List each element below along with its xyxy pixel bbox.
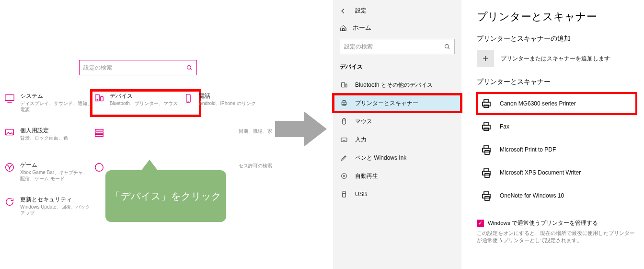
sidebar-item-label: ペンと Windows Ink — [355, 154, 406, 162]
search-placeholder: 設定の検索 — [83, 64, 112, 72]
svg-rect-47 — [484, 192, 489, 194]
svg-rect-11 — [95, 132, 103, 134]
category-phone[interactable]: 電話 Android、iPhone のリンク — [183, 93, 272, 114]
home-icon — [340, 24, 347, 32]
category-sub: Bluetooth、プリンター、マウス — [110, 100, 178, 106]
settings-devices-panel: 設定 ホーム 設定の検索 デバイス Bluetooth とその他のデバイス — [333, 0, 644, 269]
category-system[interactable]: システム ディスプレイ、サウンド、通知、電源 — [4, 93, 93, 114]
sidebar-item-usb[interactable]: USB — [333, 185, 461, 203]
sidebar-item-label: プリンターとスキャナー — [355, 99, 418, 107]
category-title: 個人用設定 — [20, 127, 68, 134]
printer-icon — [480, 97, 493, 110]
category-sub: ディスプレイ、サウンド、通知、電源 — [20, 100, 92, 113]
sidebar-search-input[interactable]: 設定の検索 — [340, 39, 455, 54]
svg-rect-19 — [345, 84, 347, 87]
category-sub: Android、iPhone のリンク — [199, 100, 255, 106]
callout-bubble: 「デバイス」をクリック — [105, 170, 226, 222]
printer-label: Fax — [500, 123, 509, 130]
printer-doc-icon — [480, 189, 493, 202]
category-sub: Xbox Game Bar、キャプチャ、配信、ゲーム モード — [20, 169, 92, 182]
search-input[interactable]: 設定の検索 — [79, 60, 197, 75]
home-link[interactable]: ホーム — [333, 20, 461, 36]
svg-rect-45 — [485, 174, 489, 177]
arrow-right-icon — [275, 111, 333, 147]
svg-rect-5 — [100, 96, 103, 101]
category-gaming[interactable]: ゲーム Xbox Game Bar、キャプチャ、配信、ゲーム モード — [4, 162, 93, 183]
svg-rect-38 — [484, 123, 489, 125]
category-update[interactable]: 更新とセキュリティ Windows Update、回復、バックアップ — [4, 196, 93, 217]
sidebar-item-label: 自動再生 — [355, 172, 378, 180]
xbox-icon — [4, 162, 15, 173]
category-sub: 同期、職場、家 — [239, 128, 272, 134]
category-personalization[interactable]: 個人用設定 背景、ロック画面、色 — [4, 127, 93, 148]
svg-rect-12 — [95, 135, 103, 137]
svg-rect-10 — [95, 129, 103, 131]
search-placeholder: 設定の検索 — [344, 43, 373, 51]
svg-point-13 — [6, 164, 14, 172]
window-title: 設定 — [355, 7, 367, 15]
printer-item-onenote[interactable]: OneNote for Windows 10 — [477, 185, 636, 206]
brush-icon — [4, 127, 15, 139]
sidebar-item-label: 入力 — [355, 136, 367, 144]
plus-icon: + — [477, 50, 494, 67]
svg-rect-35 — [484, 100, 489, 102]
category-title: 電話 — [199, 93, 255, 99]
section-list-title: プリンターとスキャナー — [477, 78, 636, 86]
category-sub: 背景、ロック画面、色 — [20, 135, 68, 141]
ease-icon — [93, 162, 105, 173]
category-apps[interactable] — [93, 127, 183, 148]
sidebar-item-printers[interactable]: プリンターとスキャナー — [333, 94, 461, 112]
bluetooth-icon — [340, 81, 348, 89]
svg-point-6 — [97, 99, 98, 100]
svg-rect-44 — [484, 169, 489, 171]
printer-label: OneNote for Windows 10 — [500, 192, 564, 199]
printer-doc-icon — [480, 166, 493, 179]
add-printer-row[interactable]: + プリンターまたはスキャナーを追加します — [477, 50, 636, 67]
sidebar-item-typing[interactable]: 入力 — [333, 130, 461, 149]
printer-item-msxps[interactable]: Microsoft XPS Document Writer — [477, 162, 636, 183]
svg-rect-42 — [485, 151, 489, 154]
category-accounts-partial[interactable]: 同期、職場、家 — [183, 127, 272, 148]
manage-note: この設定をオンにすると、現在の場所で最後に使用したプリンターが通常使うプリンター… — [477, 230, 635, 244]
back-button[interactable] — [340, 8, 346, 14]
svg-rect-33 — [343, 193, 346, 197]
sidebar: 設定 ホーム 設定の検索 デバイス Bluetooth とその他のデバイス — [333, 0, 461, 269]
svg-rect-21 — [343, 101, 345, 102]
search-icon — [444, 44, 450, 50]
svg-line-1 — [190, 69, 192, 70]
printer-icon — [340, 99, 348, 107]
svg-rect-18 — [342, 82, 345, 87]
section-add-title: プリンターとスキャナーの追加 — [477, 35, 636, 43]
sidebar-item-pen[interactable]: ペンと Windows Ink — [333, 149, 461, 167]
sidebar-item-autoplay[interactable]: 自動再生 — [333, 167, 461, 185]
svg-rect-32 — [343, 191, 345, 193]
svg-point-0 — [187, 65, 191, 69]
svg-rect-15 — [343, 28, 345, 30]
svg-rect-2 — [5, 95, 14, 101]
sidebar-item-label: マウス — [355, 117, 372, 126]
printer-item-mspdf[interactable]: Microsoft Print to PDF — [477, 139, 636, 160]
checkbox-checked-icon: ✓ — [477, 220, 484, 227]
svg-rect-48 — [485, 197, 489, 200]
category-sub: Windows Update、回復、バックアップ — [20, 204, 92, 216]
usb-icon — [340, 190, 348, 199]
display-icon — [4, 93, 15, 104]
printer-item-fax[interactable]: Fax — [477, 116, 636, 137]
content-area: プリンターとスキャナー プリンターとスキャナーの追加 + プリンターまたはスキャ… — [461, 0, 644, 269]
sidebar-item-bluetooth[interactable]: Bluetooth とその他のデバイス — [333, 76, 461, 94]
autoplay-icon — [340, 172, 348, 180]
printer-doc-icon — [480, 143, 493, 156]
svg-line-17 — [448, 47, 449, 49]
svg-point-16 — [445, 44, 449, 48]
keyboard-icon — [340, 135, 348, 144]
update-icon — [4, 196, 15, 208]
printer-item-canon[interactable]: Canon MG6300 series Printer — [477, 93, 636, 114]
category-title: ゲーム — [20, 162, 92, 168]
svg-rect-41 — [484, 146, 489, 148]
sidebar-item-mouse[interactable]: マウス — [333, 112, 461, 130]
manage-default-printer-toggle[interactable]: ✓ Windows で通常使うプリンターを管理する — [477, 220, 636, 227]
settings-main-panel: 設定の検索 システム ディスプレイ、サウンド、通知、電源 デバイス Blueto… — [0, 50, 276, 218]
category-title: システム — [20, 93, 92, 99]
printer-label: Microsoft Print to PDF — [500, 146, 556, 153]
sidebar-item-label: USB — [355, 191, 367, 198]
